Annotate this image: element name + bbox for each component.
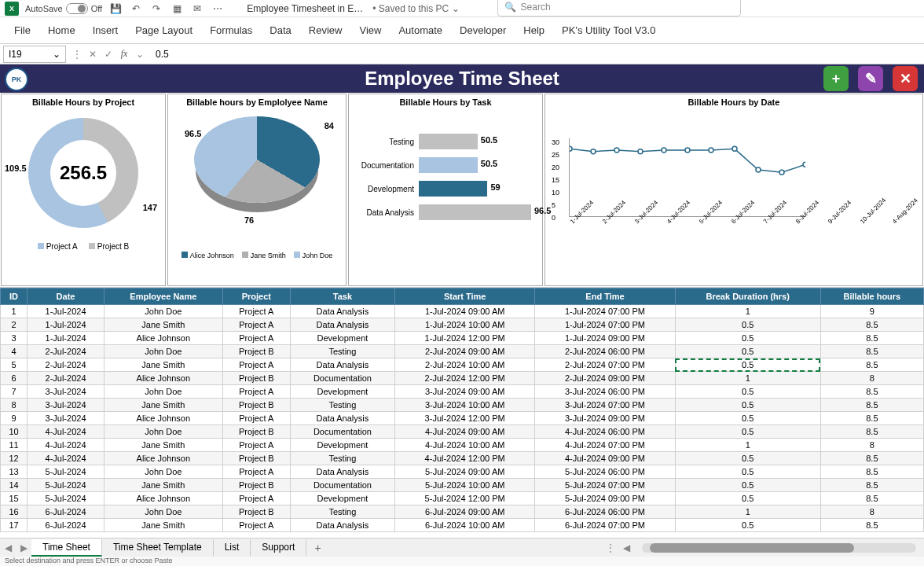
- table-cell[interactable]: 8: [820, 439, 923, 452]
- sheet-tab-list[interactable]: List: [214, 539, 251, 557]
- table-cell[interactable]: 0.5: [675, 479, 820, 492]
- table-cell[interactable]: Project A: [222, 305, 290, 318]
- table-cell[interactable]: 5-Jul-2024 12:00 PM: [395, 492, 535, 505]
- table-cell[interactable]: 2-Jul-2024 09:00 PM: [535, 372, 675, 385]
- table-cell[interactable]: 5-Jul-2024 07:00 PM: [535, 479, 675, 492]
- table-cell[interactable]: 5-Jul-2024: [28, 465, 104, 479]
- table-cell[interactable]: Testing: [290, 452, 394, 465]
- table-cell[interactable]: Project B: [222, 479, 290, 492]
- table-cell[interactable]: 5-Jul-2024 10:00 AM: [395, 479, 535, 492]
- table-cell[interactable]: 3-Jul-2024 12:00 PM: [395, 412, 535, 425]
- chart-billable-by-task[interactable]: Billable Hours by Task Testing50.5Docume…: [348, 94, 543, 286]
- table-cell[interactable]: Data Analysis: [290, 318, 394, 332]
- table-cell[interactable]: 1-Jul-2024: [28, 318, 104, 332]
- sheet-nav-prev[interactable]: ◀: [0, 542, 16, 553]
- table-cell[interactable]: 0.5: [675, 519, 820, 532]
- table-cell[interactable]: Alice Johnson: [104, 452, 222, 465]
- table-row[interactable]: 114-Jul-2024Jane SmithProject ADevelopme…: [1, 439, 924, 452]
- ribbon-tab-automate[interactable]: Automate: [398, 24, 442, 36]
- table-cell[interactable]: 6-Jul-2024 10:00 AM: [395, 519, 535, 532]
- table-cell[interactable]: Data Analysis: [290, 465, 394, 479]
- table-cell[interactable]: John Doe: [104, 305, 222, 318]
- table-cell[interactable]: 6-Jul-2024 06:00 PM: [535, 505, 675, 519]
- chart-billable-by-employee[interactable]: Billable hours by Emplolyee Name 84 96.5…: [167, 94, 346, 286]
- table-cell[interactable]: 4-Jul-2024: [28, 425, 104, 439]
- edit-button[interactable]: ✎: [858, 66, 883, 91]
- table-cell[interactable]: Documentation: [290, 425, 394, 439]
- table-cell[interactable]: 12: [1, 452, 28, 465]
- timesheet-table[interactable]: IDDateEmployee NameProjectTaskStart Time…: [0, 288, 924, 532]
- table-cell[interactable]: 4-Jul-2024: [28, 439, 104, 452]
- table-cell[interactable]: 0.5: [675, 465, 820, 479]
- table-cell[interactable]: Alice Johnson: [104, 492, 222, 505]
- table-cell[interactable]: 1-Jul-2024 12:00 PM: [395, 332, 535, 345]
- table-cell[interactable]: Project A: [222, 519, 290, 532]
- undo-icon[interactable]: ↶: [129, 2, 143, 16]
- sheet-tab-time-sheet[interactable]: Time Sheet: [31, 539, 102, 557]
- ribbon-tab-pksutilitytoolv30[interactable]: PK's Utility Tool V3.0: [562, 24, 655, 36]
- table-cell[interactable]: Project A: [222, 465, 290, 479]
- grid-icon[interactable]: ▦: [170, 2, 184, 16]
- more-icon[interactable]: ⋯: [211, 2, 225, 16]
- table-cell[interactable]: 8: [1, 399, 28, 412]
- table-cell[interactable]: 8.5: [820, 358, 923, 372]
- table-cell[interactable]: Testing: [290, 399, 394, 412]
- table-cell[interactable]: 4-Jul-2024 06:00 PM: [535, 425, 675, 439]
- table-cell[interactable]: Project B: [222, 425, 290, 439]
- table-cell[interactable]: Jane Smith: [104, 318, 222, 332]
- table-cell[interactable]: 5: [1, 358, 28, 372]
- table-cell[interactable]: 0.5: [675, 385, 820, 399]
- table-cell[interactable]: 3-Jul-2024 09:00 PM: [535, 412, 675, 425]
- table-cell[interactable]: 2-Jul-2024 12:00 PM: [395, 372, 535, 385]
- table-row[interactable]: 155-Jul-2024Alice JohnsonProject ADevelo…: [1, 492, 924, 505]
- formula-input[interactable]: 0.5: [148, 49, 924, 60]
- table-cell[interactable]: Alice Johnson: [104, 332, 222, 345]
- table-cell[interactable]: 2: [1, 318, 28, 332]
- table-row[interactable]: 135-Jul-2024John DoeProject AData Analys…: [1, 465, 924, 479]
- table-cell[interactable]: 8.5: [820, 412, 923, 425]
- chart-billable-by-project[interactable]: Billable Hours by Project 256.5 109.5 14…: [1, 94, 166, 286]
- col-header[interactable]: Billable hours: [820, 289, 923, 305]
- table-cell[interactable]: Project B: [222, 345, 290, 358]
- table-cell[interactable]: 2-Jul-2024 06:00 PM: [535, 345, 675, 358]
- table-row[interactable]: 52-Jul-2024Jane SmithProject AData Analy…: [1, 358, 924, 372]
- table-cell[interactable]: Jane Smith: [104, 439, 222, 452]
- ribbon-tab-developer[interactable]: Developer: [460, 24, 506, 36]
- table-row[interactable]: 166-Jul-2024John DoeProject BTesting6-Ju…: [1, 505, 924, 519]
- ribbon-tab-help[interactable]: Help: [523, 24, 544, 36]
- table-cell[interactable]: Project A: [222, 385, 290, 399]
- save-icon[interactable]: 💾: [108, 2, 123, 16]
- table-cell[interactable]: Alice Johnson: [104, 412, 222, 425]
- sheet-options-icon[interactable]: ⋮: [603, 542, 618, 553]
- col-header[interactable]: ID: [1, 289, 28, 305]
- ribbon-tab-data[interactable]: Data: [270, 24, 291, 36]
- table-cell[interactable]: 11: [1, 439, 28, 452]
- table-cell[interactable]: John Doe: [104, 465, 222, 479]
- table-cell[interactable]: 6-Jul-2024 07:00 PM: [535, 519, 675, 532]
- table-cell[interactable]: 5-Jul-2024: [28, 479, 104, 492]
- table-cell[interactable]: 6-Jul-2024: [28, 505, 104, 519]
- table-cell[interactable]: 8.5: [820, 465, 923, 479]
- ribbon-tab-formulas[interactable]: Formulas: [210, 24, 252, 36]
- table-cell[interactable]: 0.5: [675, 399, 820, 412]
- table-cell[interactable]: 3-Jul-2024: [28, 412, 104, 425]
- table-cell[interactable]: 4-Jul-2024 10:00 AM: [395, 439, 535, 452]
- table-cell[interactable]: 9: [820, 305, 923, 318]
- table-cell[interactable]: Development: [290, 492, 394, 505]
- table-cell[interactable]: 3-Jul-2024 09:00 AM: [395, 385, 535, 399]
- table-cell[interactable]: 15: [1, 492, 28, 505]
- table-row[interactable]: 124-Jul-2024Alice JohnsonProject BTestin…: [1, 452, 924, 465]
- table-cell[interactable]: Development: [290, 332, 394, 345]
- table-cell[interactable]: 8.5: [820, 492, 923, 505]
- col-header[interactable]: Date: [28, 289, 104, 305]
- table-cell[interactable]: 8: [820, 505, 923, 519]
- table-cell[interactable]: 2-Jul-2024: [28, 372, 104, 385]
- col-header[interactable]: Start Time: [395, 289, 535, 305]
- table-cell[interactable]: Jane Smith: [104, 358, 222, 372]
- check-icon[interactable]: ✓: [101, 49, 116, 60]
- table-cell[interactable]: 3-Jul-2024 07:00 PM: [535, 399, 675, 412]
- chart-billable-by-date[interactable]: Billable Hours by Date 302520151050 1-Ju…: [544, 94, 923, 286]
- table-cell[interactable]: Project A: [222, 318, 290, 332]
- col-header[interactable]: Break Duration (hrs): [675, 289, 820, 305]
- data-table-area[interactable]: IDDateEmployee NameProjectTaskStart Time…: [0, 288, 924, 550]
